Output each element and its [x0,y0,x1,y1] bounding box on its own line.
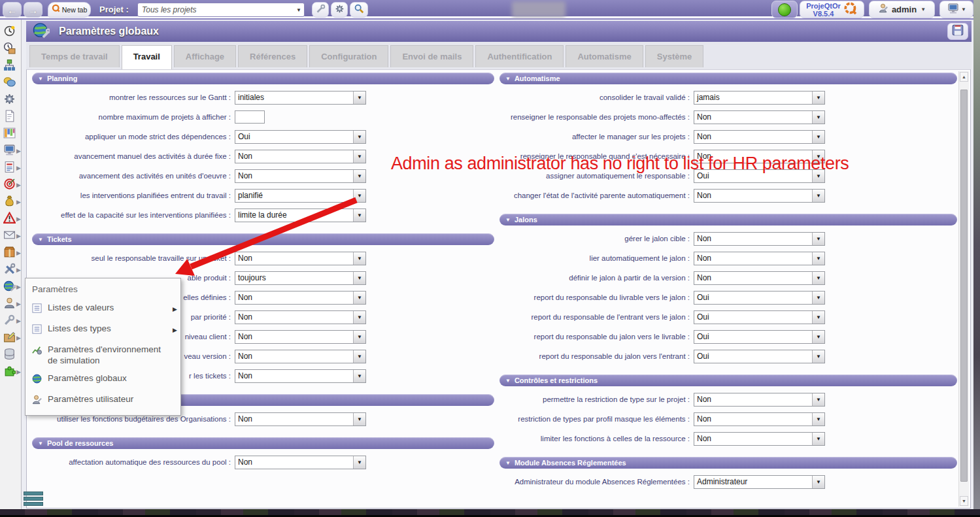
vertical-scrollbar[interactable]: ▲ ▼ [958,71,969,507]
edit-project-button[interactable] [312,2,329,18]
dropdown-select[interactable]: Non▼ [235,456,366,469]
menu-item-param-tres-d-environnement-de-simulation[interactable]: Paramètres d'environnement de simulation [25,341,180,369]
dropdown-select[interactable]: Administrateur▼ [694,475,825,489]
sidebar-globe-tools-icon[interactable]: ▶ [3,280,20,294]
dropdown-select[interactable]: Non▼ [235,150,366,163]
dropdown-select[interactable]: Oui▼ [694,310,825,324]
dropdown-select[interactable]: Oui▼ [694,350,825,363]
menu-item-listes-de-valeurs[interactable]: Listes de valeurs▶ [25,299,180,320]
section-header[interactable]: ▼Tickets [32,233,494,245]
hidden-menu-handle-icon[interactable] [24,492,43,507]
sidebar-database-icon[interactable] [3,348,20,362]
dropdown-select[interactable]: toujours▼ [235,271,366,285]
sidebar-user-icon[interactable]: ▶ [3,297,20,311]
tab-affichage[interactable]: Affichage [174,45,236,67]
dropdown-select[interactable]: Non▼ [694,393,825,407]
sidebar-money-icon[interactable]: ▶ [3,195,20,209]
sidebar-alert-icon[interactable]: ▶ [3,212,20,226]
tab-automatisme[interactable]: Automatisme [566,45,643,67]
field-label: nombre maximum de projets à afficher : [32,113,235,121]
dropdown-select[interactable]: planifié▼ [235,189,366,203]
tab-authentification[interactable]: Authentification [475,45,564,67]
forward-button[interactable]: → [24,2,42,18]
back-button[interactable]: ← [3,2,22,18]
dropdown-select[interactable]: Non▼ [235,291,366,305]
sidebar-monitor-icon[interactable]: ▶ [3,144,20,158]
menu-item-param-tres-globaux[interactable]: Paramètres globaux [25,369,180,390]
sidebar-folder-edit-icon[interactable]: ▶ [3,331,20,345]
menu-item-listes-des-types[interactable]: Listes des types▶ [25,320,180,341]
tab-travail[interactable]: Travail [122,45,172,69]
sidebar-gear-icon[interactable] [3,93,20,107]
section-header[interactable]: ▼Pool de ressources [32,437,494,449]
version-button[interactable]: ProjeQtOrV8.5.4 [800,1,864,18]
dropdown-select[interactable]: Non▼ [235,412,366,426]
dropdown-select[interactable]: Non▼ [694,271,825,285]
menu-item-label: Paramètres utilisateur [48,393,170,405]
dropdown-select[interactable]: Non▼ [694,252,825,265]
field-label: renseigner le responsable des projets mo… [499,113,694,121]
sidebar-timesheet-icon[interactable] [3,42,20,56]
dropdown-select[interactable]: Non▼ [235,252,366,265]
sidebar-gantt-icon[interactable] [3,127,20,141]
section-header[interactable]: ▼Planning [32,73,494,84]
sidebar-wrench-icon[interactable]: ▶ [3,314,20,328]
project-select[interactable]: Tous les projets ▼ [137,3,305,17]
tab-configuration[interactable]: Configuration [309,45,388,67]
sidebar-target-icon[interactable]: ▶ [3,178,20,192]
section-header[interactable]: ▼Jalons [499,214,957,225]
dropdown-select[interactable]: Non▼ [235,369,366,383]
dropdown-select[interactable]: Non▼ [235,330,366,344]
settings-gear-button[interactable] [331,2,348,18]
dropdown-arrow-icon: ▼ [353,150,365,163]
tab-temps-de-travail[interactable]: Temps de travail [29,45,120,67]
sidebar-report-icon[interactable]: ▶ [3,161,20,175]
section-header[interactable]: ▼Contrôles et restrictions [499,375,957,386]
projeqtor-q-logo-icon [52,4,61,16]
section-header[interactable]: ▼Automatisme [499,73,957,84]
dropdown-select[interactable]: Non▼ [694,412,825,426]
save-button[interactable] [947,23,968,40]
page-title: Paramètres globaux [59,25,159,37]
field-label: seul le responsable travaille sur un tic… [32,254,235,262]
menu-item-param-tres-utilisateur[interactable]: Paramètres utilisateur [25,390,180,411]
dropdown-select[interactable]: limite la durée▼ [235,208,366,222]
new-tab-button[interactable]: New tab [48,2,91,18]
sidebar-chat-icon[interactable] [3,76,20,90]
sidebar-mail-icon[interactable]: ▶ [3,229,20,243]
scroll-down-icon[interactable]: ▼ [960,496,968,506]
dropdown-select[interactable]: Non▼ [694,110,825,124]
tab-envoi-de-mails[interactable]: Envoi de mails [390,45,473,67]
form-row: permettre la restriction de type sur le … [499,392,957,407]
search-button[interactable] [350,2,368,18]
sidebar-plugin-icon[interactable]: ▶ [3,365,20,379]
dropdown-select[interactable]: initiales▼ [235,91,366,105]
display-menu-button[interactable]: ▼ [939,1,973,18]
dropdown-select[interactable]: Non▼ [694,130,825,144]
section-header[interactable]: ▼Module Absences Réglementées [499,457,957,469]
dropdown-select[interactable]: Non▼ [694,432,825,446]
dropdown-select[interactable]: Oui▼ [235,130,366,144]
dropdown-select[interactable]: Oui▼ [694,291,825,305]
sidebar-history-clock-icon[interactable] [3,25,20,39]
dropdown-select[interactable]: Non▼ [235,350,366,363]
tab-r-f-rences[interactable]: Références [238,45,307,67]
sidebar-document-icon[interactable] [3,110,20,124]
user-menu-button[interactable]: admin ▼ [869,1,935,18]
sidebar-package-icon[interactable]: ▶ [3,246,20,260]
dropdown-select[interactable]: Non▼ [235,169,366,183]
text-input[interactable] [235,110,265,124]
dropdown-select[interactable]: jamais▼ [694,91,825,105]
dropdown-select[interactable]: Non▼ [694,232,825,246]
sidebar: ▶▶▶▶▶▶▶▶▶▶▶▶▶ [0,20,22,509]
dropdown-value: Non [694,252,812,265]
sidebar-tools-icon[interactable]: ▶ [3,263,20,277]
dropdown-select[interactable]: Non▼ [694,189,825,203]
dropdown-select[interactable]: Oui▼ [694,330,825,344]
status-indicator-button[interactable] [771,1,798,18]
tab-syst-me[interactable]: Système [645,45,703,67]
scrollbar-thumb[interactable] [960,90,968,482]
dropdown-select[interactable]: Non▼ [235,310,366,324]
sidebar-org-chart-icon[interactable] [3,59,20,73]
scroll-up-icon[interactable]: ▲ [960,72,968,82]
